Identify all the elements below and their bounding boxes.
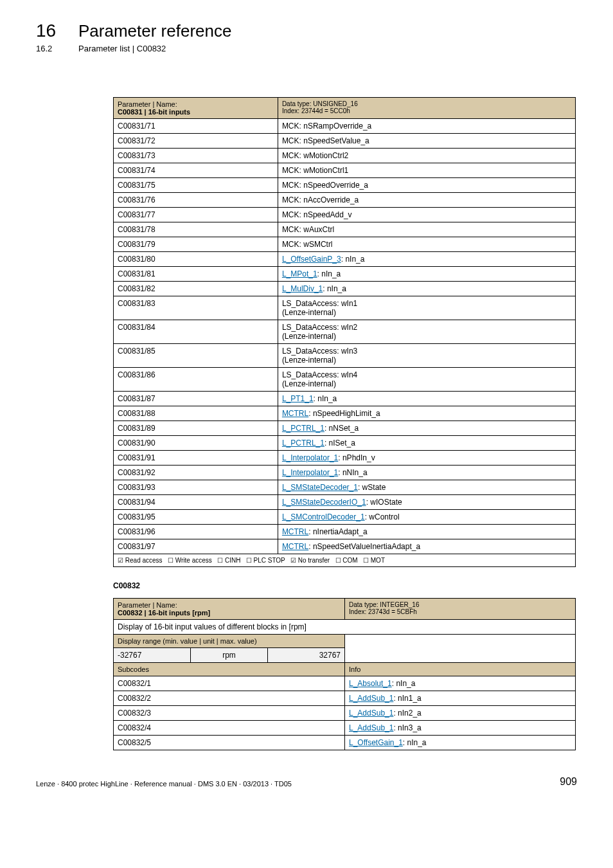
table-row-value: L_MPot_1: nIn_a	[278, 267, 575, 282]
table-row-code: C00831/85	[114, 344, 278, 368]
display-range-label: Display range (min. value | unit | max. …	[114, 635, 345, 648]
table-row-value: MCK: nAccOverride_a	[278, 193, 575, 208]
table-row-value: L_OffsetGainP_3: nIn_a	[278, 252, 575, 267]
parameter-link[interactable]: L_PCTRL_1	[282, 424, 324, 433]
range-unit: rpm	[191, 648, 268, 663]
parameter-link[interactable]: L_SMStateDecoder_1	[282, 483, 358, 492]
table-row-code: C00831/83	[114, 296, 278, 320]
read-access-check: ☑	[118, 557, 123, 564]
table-row-code: C00832/2	[114, 691, 345, 706]
table-row-value: MCK: wMotionCtrl2	[278, 149, 575, 163]
table-row-value: LS_DataAccess: wIn4(Lenze-internal)	[278, 368, 575, 392]
table-row-code: C00831/93	[114, 480, 278, 495]
parameter-link[interactable]: L_Interpolator_1	[282, 468, 338, 477]
table-row-value: L_Absolut_1: nIn_a	[345, 676, 576, 691]
parameter-link[interactable]: L_OffsetGainP_3	[282, 255, 341, 264]
table-row-value: MCK: wMotionCtrl1	[278, 163, 575, 178]
table-row-code: C00831/82	[114, 282, 278, 296]
parameter-link[interactable]: L_Interpolator_1	[282, 453, 338, 462]
table-row-value: L_SMStateDecoder_1: wState	[278, 480, 575, 495]
table1-hdr-left-line1: Parameter | Name:	[118, 100, 177, 108]
table-row-value: MCK: nSpeedOverride_a	[278, 178, 575, 193]
table-row-code: C00831/96	[114, 525, 278, 539]
parameter-link[interactable]: MCTRL	[282, 527, 308, 536]
section-number: 16.2	[36, 44, 60, 53]
table-row-code: C00832/3	[114, 706, 345, 721]
footer-text: Lenze · 8400 protec HighLine · Reference…	[36, 780, 292, 788]
separator-dashes: _ _ _ _ _ _ _ _ _ _ _ _ _ _ _ _ _ _ _ _ …	[36, 69, 577, 79]
table-row-value: L_AddSub_1: nIn2_a	[345, 706, 576, 721]
table-row-code: C00831/81	[114, 267, 278, 282]
table-row-value: MCTRL: nSpeedHighLimit_a	[278, 406, 575, 421]
parameter-link[interactable]: L_Absolut_1	[349, 679, 392, 688]
parameter-link[interactable]: L_AddSub_1	[349, 694, 393, 703]
parameter-link[interactable]: L_MulDiv_1	[282, 284, 323, 293]
parameter-link[interactable]: L_SMControlDecoder_1	[282, 512, 365, 521]
table1-header-right: Data type: UNSIGNED_16 Index: 23744d = 5…	[278, 98, 575, 119]
table-row-value: L_AddSub_1: nIn1_a	[345, 691, 576, 706]
table2-hdr-right-line1: Data type: INTEGER_16	[349, 601, 420, 608]
table-row-code: C00831/92	[114, 466, 278, 480]
chapter-title: Parameter reference	[78, 21, 231, 41]
section-title: Parameter list | C00832	[78, 44, 166, 53]
parameter-link[interactable]: MCTRL	[282, 542, 308, 551]
subcodes-header: Subcodes	[114, 663, 345, 676]
chapter-number: 16	[36, 21, 60, 41]
table2-hdr-right-line2: Index: 23743d = 5CBFh	[349, 608, 417, 615]
section-label-c00832: C00832	[113, 581, 577, 590]
table-row-code: C00832/4	[114, 721, 345, 736]
parameter-link[interactable]: L_OffsetGain_1	[349, 738, 403, 747]
table-row-value: MCK: wSMCtrl	[278, 237, 575, 252]
page-number: 909	[560, 776, 577, 788]
parameter-link[interactable]: L_SMStateDecoderIO_1	[282, 498, 366, 507]
table1-hdr-right-line2: Index: 23744d = 5CC0h	[282, 107, 350, 114]
table-row-code: C00831/87	[114, 392, 278, 406]
access-rights-row: ☑ Read access ☐ Write access ☐ CINH ☐ PL…	[114, 554, 576, 567]
table-row-code: C00831/77	[114, 208, 278, 222]
table-row-value: L_PCTRL_1: nNSet_a	[278, 421, 575, 436]
table-row-value: MCK: nSpeedSetValue_a	[278, 134, 575, 149]
com-check: ☐	[335, 557, 341, 564]
table2-header-left: Parameter | Name: C00832 | 16-bit inputs…	[114, 599, 345, 620]
table-row-value: MCK: nSpeedAdd_v	[278, 208, 575, 222]
parameter-table-c00832: Parameter | Name: C00832 | 16-bit inputs…	[113, 598, 576, 750]
table-row-value: L_SMControlDecoder_1: wControl	[278, 510, 575, 525]
table-row-value: L_Interpolator_1: nPhdIn_v	[278, 451, 575, 466]
parameter-link[interactable]: MCTRL	[282, 409, 308, 418]
table-row-value: L_Interpolator_1: nNIn_a	[278, 466, 575, 480]
table-row-value: LS_DataAccess: wIn2(Lenze-internal)	[278, 320, 575, 344]
table2-hdr-left-line1: Parameter | Name:	[118, 601, 177, 609]
table-row-code: C00831/75	[114, 178, 278, 193]
table-row-value: L_SMStateDecoderIO_1: wIOState	[278, 495, 575, 510]
write-access-check: ☐	[168, 557, 173, 564]
table-row-code: C00831/74	[114, 163, 278, 178]
range-min: -32767	[114, 648, 191, 663]
table-row-code: C00832/5	[114, 736, 345, 750]
table-row-code: C00831/91	[114, 451, 278, 466]
table-row-value: L_AddSub_1: nIn3_a	[345, 721, 576, 736]
table-row-value: LS_DataAccess: wIn3(Lenze-internal)	[278, 344, 575, 368]
table-row-code: C00831/94	[114, 495, 278, 510]
display-range-blank	[345, 635, 576, 663]
parameter-link[interactable]: L_AddSub_1	[349, 709, 393, 718]
table-row-code: C00831/79	[114, 237, 278, 252]
parameter-link[interactable]: L_PT1_1	[282, 394, 314, 403]
table-row-value: LS_DataAccess: wIn1(Lenze-internal)	[278, 296, 575, 320]
mot-check: ☐	[363, 557, 369, 564]
table-row-code: C00831/72	[114, 134, 278, 149]
parameter-link[interactable]: L_MPot_1	[282, 269, 317, 278]
range-max: 32767	[268, 648, 345, 663]
table-row-code: C00831/71	[114, 119, 278, 134]
table-row-code: C00831/76	[114, 193, 278, 208]
parameter-link[interactable]: L_AddSub_1	[349, 723, 393, 732]
cinh-check: ☐	[217, 557, 223, 564]
table-row-value: MCK: wAuxCtrl	[278, 222, 575, 237]
table-row-code: C00831/90	[114, 436, 278, 451]
table2-header-right: Data type: INTEGER_16 Index: 23743d = 5C…	[345, 599, 576, 620]
parameter-link[interactable]: L_PCTRL_1	[282, 439, 324, 448]
table-row-code: C00831/86	[114, 368, 278, 392]
table-row-code: C00831/73	[114, 149, 278, 163]
table-row-code: C00831/80	[114, 252, 278, 267]
table-row-value: L_PT1_1: nIn_a	[278, 392, 575, 406]
plcstop-check: ☐	[246, 557, 252, 564]
